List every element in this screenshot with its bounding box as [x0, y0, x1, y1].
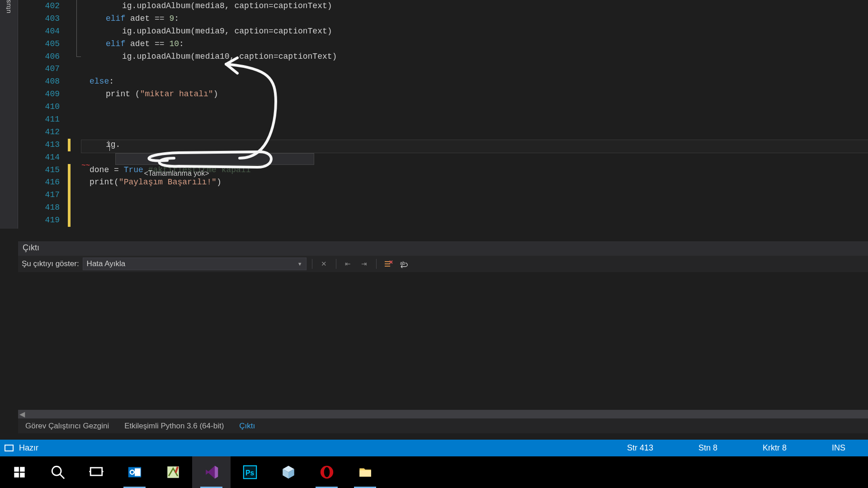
- taskbar-visualstudio[interactable]: [192, 456, 231, 488]
- output-source-value: Hata Ayıkla: [87, 259, 126, 268]
- code-line[interactable]: ig.: [81, 139, 868, 151]
- indent-right-button[interactable]: ⇥: [358, 258, 371, 270]
- code-line[interactable]: [81, 189, 868, 202]
- windows-taskbar: Ps: [0, 456, 868, 488]
- line-number: 408: [18, 75, 60, 88]
- output-toolbar: Şu çıktıyı göster: Hata Ayıkla ▼ ✕ ⇤ ⇥ a…: [18, 256, 868, 272]
- svg-point-13: [131, 471, 133, 474]
- svg-text:Ps: Ps: [245, 469, 254, 477]
- code-line[interactable]: else:: [81, 75, 868, 88]
- svg-rect-4: [20, 473, 24, 478]
- output-panel-title: Çıktı: [18, 241, 868, 256]
- bottom-tool-tabs: Görev Çalıştırıcı GezginiEtkileşimli Pyt…: [18, 418, 868, 433]
- line-number: 407: [18, 63, 60, 75]
- word-wrap-button[interactable]: ab: [398, 258, 411, 270]
- status-bar: Hazır Str 413 Stn 8 Krktr 8 INS: [0, 440, 868, 456]
- status-ins: INS: [832, 443, 845, 453]
- taskbar-photoshop[interactable]: Ps: [231, 456, 269, 488]
- line-number: 417: [18, 189, 60, 202]
- line-number: 413: [18, 139, 60, 151]
- line-number: 409: [18, 88, 60, 101]
- bottom-tab-0[interactable]: Görev Çalıştırıcı Gezgini: [24, 420, 110, 432]
- bottom-tab-2[interactable]: Çıktı: [238, 420, 256, 432]
- taskbar-explorer[interactable]: [346, 456, 384, 488]
- line-number: 402: [18, 0, 60, 13]
- line-number: 406: [18, 51, 60, 63]
- svg-text:ab: ab: [400, 261, 406, 266]
- svg-point-19: [324, 467, 330, 478]
- code-line[interactable]: [81, 214, 868, 227]
- clear-all-button[interactable]: [382, 258, 395, 270]
- line-number: 404: [18, 25, 60, 38]
- indent-left-button[interactable]: ⇤: [342, 258, 354, 270]
- code-line[interactable]: ig.uploadAlbum(media8, caption=captionTe…: [81, 0, 868, 13]
- vertical-side-tab[interactable]: utusu: [0, 0, 18, 229]
- text-caret: [109, 142, 110, 151]
- bottom-tab-1[interactable]: Etkileşimli Python 3.6 (64-bit): [123, 420, 225, 432]
- modified-mark: [68, 139, 71, 151]
- taskbar-notepadpp[interactable]: [154, 456, 192, 488]
- svg-rect-11: [135, 469, 141, 476]
- line-number: 416: [18, 176, 60, 189]
- code-line[interactable]: elif adet == 9:: [81, 13, 868, 25]
- taskbar-outlook[interactable]: [115, 456, 154, 488]
- chevron-left-icon: ◀: [18, 410, 26, 418]
- code-line[interactable]: [81, 63, 868, 75]
- taskbar-opera[interactable]: [307, 456, 346, 488]
- error-squiggle: ~~: [81, 160, 90, 173]
- autocomplete-popup[interactable]: <Tamamlanma yok>: [115, 153, 314, 165]
- status-char: Krktr 8: [763, 443, 787, 453]
- svg-rect-20: [359, 470, 371, 477]
- chevron-down-icon: ▼: [297, 261, 302, 267]
- code-line[interactable]: elif adet == 10:: [81, 38, 868, 51]
- line-number: 414: [18, 151, 60, 164]
- status-col: Stn 8: [698, 443, 717, 453]
- line-number: 412: [18, 126, 60, 139]
- line-number: 405: [18, 38, 60, 51]
- line-number: 411: [18, 113, 60, 126]
- status-line: Str 413: [627, 443, 653, 453]
- modified-mark: [68, 164, 71, 227]
- code-line[interactable]: print ("miktar hatalı"): [81, 88, 868, 101]
- svg-point-5: [52, 466, 61, 475]
- status-indicator-icon: [5, 445, 14, 451]
- autocomplete-text: <Tamamlanma yok>: [144, 169, 209, 177]
- code-line[interactable]: [81, 113, 868, 126]
- svg-rect-1: [14, 467, 19, 472]
- code-line[interactable]: [81, 202, 868, 214]
- status-ready: Hazır: [19, 443, 38, 453]
- vertical-side-tab-label: utusu: [4, 0, 12, 13]
- line-number: 418: [18, 202, 60, 214]
- code-line[interactable]: [81, 126, 868, 139]
- clear-output-button[interactable]: ✕: [318, 258, 330, 270]
- code-editor[interactable]: 4024034044054064074084094104114124134144…: [18, 0, 868, 229]
- code-line[interactable]: ig.uploadAlbum(media10, caption=captionT…: [81, 51, 868, 63]
- output-horizontal-scrollbar[interactable]: ◀: [18, 410, 868, 418]
- output-body[interactable]: [18, 272, 868, 410]
- taskbar-cube-app[interactable]: [269, 456, 307, 488]
- svg-line-6: [60, 474, 64, 479]
- code-line[interactable]: ig.uploadAlbum(media9, caption=captionTe…: [81, 25, 868, 38]
- output-source-label: Şu çıktıyı göster:: [22, 259, 79, 268]
- output-panel: Çıktı Şu çıktıyı göster: Hata Ayıkla ▼ ✕…: [18, 241, 868, 433]
- line-number: 403: [18, 13, 60, 25]
- taskbar-start[interactable]: [0, 456, 38, 488]
- taskbar-search[interactable]: [38, 456, 77, 488]
- taskbar-taskview[interactable]: [77, 456, 115, 488]
- svg-rect-3: [14, 473, 19, 478]
- svg-rect-7: [90, 468, 102, 475]
- line-number: 415: [18, 164, 60, 177]
- output-source-combo[interactable]: Hata Ayıkla ▼: [83, 258, 307, 270]
- line-number: 410: [18, 101, 60, 113]
- svg-rect-2: [20, 467, 24, 472]
- code-line[interactable]: [81, 101, 868, 113]
- line-number: 419: [18, 214, 60, 227]
